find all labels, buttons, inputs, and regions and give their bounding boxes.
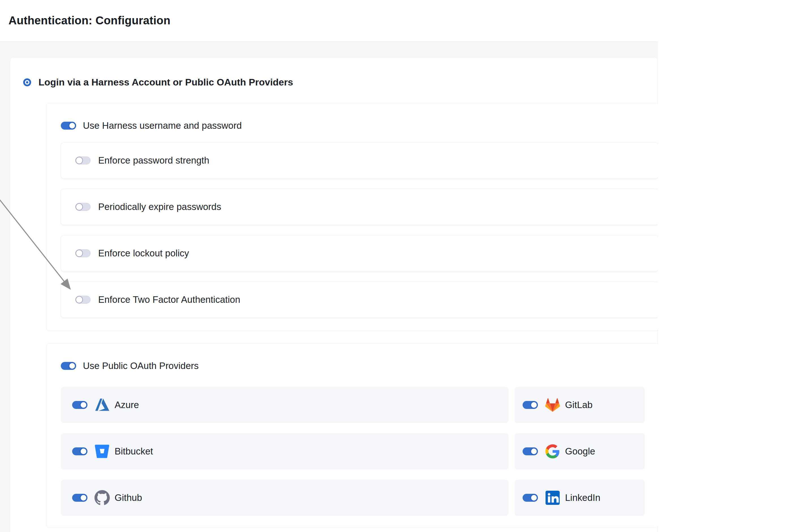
bitbucket-provider-row: Bitbucket <box>61 433 508 470</box>
oauth-providers-section: Use Public OAuth Providers Azure <box>46 343 658 528</box>
use-harness-username-password-label: Use Harness username and password <box>83 120 242 131</box>
github-provider-row: Github <box>61 480 508 516</box>
periodically-expire-passwords-toggle[interactable] <box>75 203 91 211</box>
toggle-knob <box>530 401 538 408</box>
periodically-expire-passwords-label: Periodically expire passwords <box>98 202 221 212</box>
use-harness-username-password-toggle[interactable] <box>61 122 76 130</box>
enforce-lockout-policy-row: Enforce lockout policy <box>61 235 658 271</box>
use-public-oauth-providers-toggle[interactable] <box>61 362 76 370</box>
toggle-knob <box>530 494 538 501</box>
use-public-oauth-providers-label: Use Public OAuth Providers <box>83 361 199 371</box>
login-option-label: Login via a Harness Account or Public OA… <box>38 77 293 88</box>
toggle-knob <box>76 250 83 257</box>
harness-password-section: Use Harness username and password Enforc… <box>46 103 658 331</box>
toggle-knob <box>76 203 83 211</box>
toggle-knob <box>80 494 87 501</box>
bitbucket-label: Bitbucket <box>115 446 153 457</box>
bitbucket-icon <box>94 443 110 459</box>
enforce-two-factor-authentication-label: Enforce Two Factor Authentication <box>98 294 240 305</box>
password-policy-rows: Enforce password strength Periodically e… <box>61 142 658 318</box>
enforce-two-factor-authentication-row: Enforce Two Factor Authentication <box>61 282 658 318</box>
gitlab-provider-row: GitLab <box>515 387 645 423</box>
google-toggle[interactable] <box>523 448 538 455</box>
bitbucket-toggle[interactable] <box>72 448 88 455</box>
enforce-password-strength-toggle[interactable] <box>75 156 91 165</box>
oauth-providers-toggle-row: Use Public OAuth Providers <box>61 361 658 371</box>
linkedin-provider-row: LinkedIn <box>515 480 645 516</box>
github-label: Github <box>115 492 142 503</box>
google-icon <box>545 443 560 459</box>
toggle-knob <box>80 448 87 455</box>
login-option-radio[interactable] <box>23 78 31 86</box>
azure-label: Azure <box>115 400 139 410</box>
enforce-lockout-policy-toggle[interactable] <box>75 249 91 257</box>
gitlab-toggle[interactable] <box>523 401 538 409</box>
toggle-knob <box>80 401 87 408</box>
google-label: Google <box>565 446 595 457</box>
enforce-lockout-policy-label: Enforce lockout policy <box>98 248 189 259</box>
auth-configuration-page: Authentication: Configuration Login via … <box>0 0 658 532</box>
page-header: Authentication: Configuration <box>0 0 658 42</box>
gitlab-icon <box>545 397 560 413</box>
google-provider-row: Google <box>515 433 645 470</box>
enforce-password-strength-label: Enforce password strength <box>98 155 209 166</box>
linkedin-toggle[interactable] <box>523 494 538 502</box>
gitlab-label: GitLab <box>565 400 593 410</box>
auth-methods-card: Login via a Harness Account or Public OA… <box>10 57 658 532</box>
provider-grid: Azure G <box>61 387 658 516</box>
login-option-row[interactable]: Login via a Harness Account or Public OA… <box>23 77 293 88</box>
github-toggle[interactable] <box>72 494 88 502</box>
harness-password-toggle-row: Use Harness username and password <box>61 120 658 131</box>
toggle-knob <box>76 296 83 303</box>
enforce-password-strength-row: Enforce password strength <box>61 142 658 178</box>
toggle-knob <box>530 448 538 455</box>
github-icon <box>94 490 110 506</box>
azure-icon <box>94 397 110 413</box>
enforce-two-factor-authentication-toggle[interactable] <box>75 296 91 304</box>
azure-toggle[interactable] <box>72 401 88 409</box>
linkedin-label: LinkedIn <box>565 492 600 503</box>
toggle-knob <box>69 362 76 369</box>
azure-provider-row: Azure <box>61 387 508 423</box>
page-title: Authentication: Configuration <box>8 14 170 27</box>
toggle-knob <box>76 157 83 164</box>
linkedin-icon <box>545 490 560 506</box>
periodically-expire-passwords-row: Periodically expire passwords <box>61 189 658 225</box>
toggle-knob <box>69 122 76 129</box>
